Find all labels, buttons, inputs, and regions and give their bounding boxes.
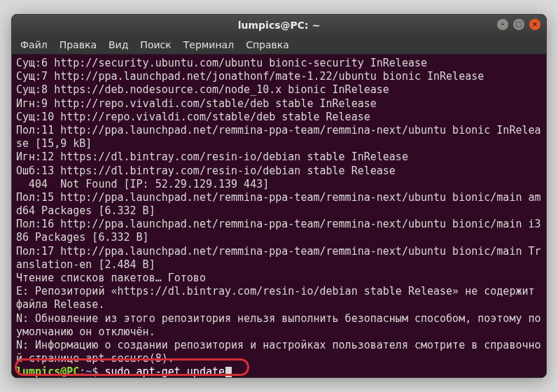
output-line: Пол:15 http://ppa.launchpad.net/remmina-… bbox=[16, 191, 542, 218]
output-line: 404 Not Found [IP: 52.29.129.139 443] bbox=[16, 178, 542, 191]
close-icon: × bbox=[532, 21, 538, 28]
window-title: lumpics@PC: ~ bbox=[238, 20, 321, 31]
output-line: Сущ:8 https://deb.nodesource.com/node_10… bbox=[16, 83, 542, 97]
output-line: Чтение списков пакетов… Готово bbox=[16, 272, 542, 285]
menu-terminal[interactable]: Терминал bbox=[183, 39, 234, 50]
prompt-sep1: : bbox=[79, 365, 85, 377]
output-line: N: Информацию о создании репозитория и н… bbox=[16, 339, 542, 365]
prompt-userhost: lumpics@PC bbox=[16, 365, 79, 377]
maximize-icon: □ bbox=[515, 21, 522, 28]
output-line: Игн:12 https://dl.bintray.com/resin-io/d… bbox=[16, 150, 542, 164]
menu-help[interactable]: Справка bbox=[246, 39, 289, 50]
output-line: Игн:9 http://repo.vivaldi.com/stable/deb… bbox=[16, 97, 542, 111]
output-line: Пол:16 http://ppa.launchpad.net/remmina-… bbox=[16, 218, 542, 244]
menu-view[interactable]: Вид bbox=[109, 39, 128, 50]
window-controls: – □ × bbox=[497, 19, 540, 30]
output-line: Сущ:6 http://security.ubuntu.com/ubuntu … bbox=[16, 57, 542, 70]
menu-edit[interactable]: Правка bbox=[60, 39, 97, 50]
maximize-button[interactable]: □ bbox=[513, 19, 524, 30]
output-line: Ошб:13 https://dl.bintray.com/resin-io/d… bbox=[16, 164, 542, 178]
terminal-area[interactable]: Сущ:6 http://security.ubuntu.com/ubuntu … bbox=[12, 55, 546, 377]
menubar: Файл Правка Вид Поиск Терминал Справка bbox=[12, 36, 546, 55]
terminal-window: lumpics@PC: ~ – □ × Файл Правка Вид Поис… bbox=[11, 14, 547, 378]
menu-file[interactable]: Файл bbox=[20, 39, 48, 50]
titlebar: lumpics@PC: ~ – □ × bbox=[12, 15, 546, 36]
output-line: Сущ:7 http://ppa.launchpad.net/jonathonf… bbox=[16, 70, 542, 83]
output-line: Сущ:10 http://repo.vivaldi.com/stable/de… bbox=[16, 111, 542, 124]
prompt-sep2: $ bbox=[92, 365, 104, 377]
output-line: N: Обновление из этого репозитория нельз… bbox=[16, 312, 542, 339]
prompt-line: lumpics@PC:~$ sudo apt-get update bbox=[16, 365, 232, 377]
minimize-icon: – bbox=[501, 21, 505, 28]
menu-search[interactable]: Поиск bbox=[140, 39, 171, 50]
output-line: Пол:11 http://ppa.launchpad.net/remmina-… bbox=[16, 124, 542, 150]
minimize-button[interactable]: – bbox=[497, 19, 508, 30]
close-button[interactable]: × bbox=[529, 19, 540, 30]
cursor bbox=[225, 367, 232, 377]
output-line: Пол:17 http://ppa.launchpad.net/remmina-… bbox=[16, 245, 542, 272]
command-input[interactable]: sudo apt-get update bbox=[104, 365, 225, 377]
terminal-output: Сущ:6 http://security.ubuntu.com/ubuntu … bbox=[16, 57, 542, 365]
output-line: E: Репозиторий «https://dl.bintray.com/r… bbox=[16, 285, 542, 312]
